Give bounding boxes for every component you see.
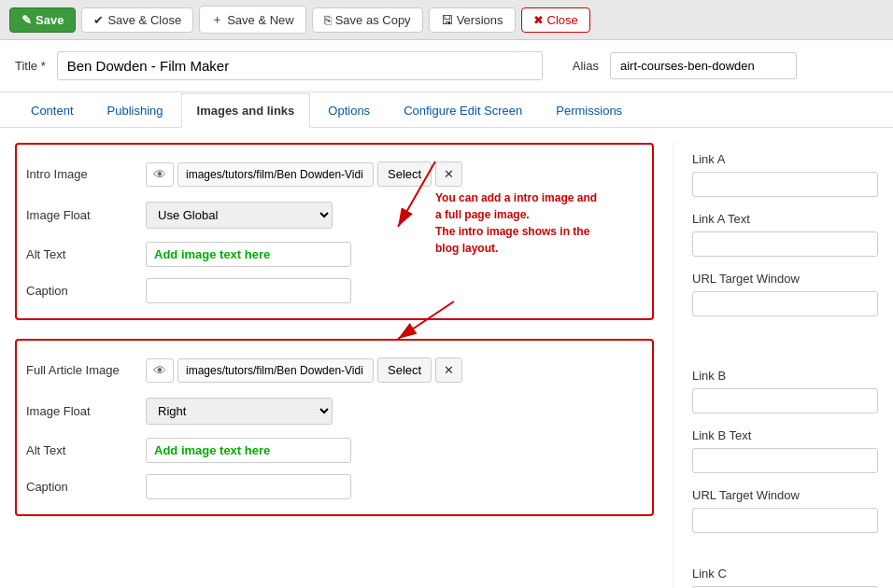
copy-icon: ⎘ [324,13,332,27]
intro-image-caption-row: Caption [26,273,643,309]
alias-label: Alias [573,59,599,73]
link-b-input[interactable] [692,388,878,413]
save-button[interactable]: ✎ Save [9,7,76,33]
url-target-window-b-input[interactable] [692,508,878,533]
link-a-text-label: Link A Text [692,203,878,231]
intro-image-path-wrap: 👁 Select ✕ [146,161,643,187]
full-article-caption-row: Caption [26,469,643,505]
full-article-path-wrap: 👁 Select ✕ [146,357,643,383]
full-article-eye-button[interactable]: 👁 [146,358,174,383]
tab-permissions[interactable]: Permissions [540,93,638,127]
intro-image-alt-input[interactable] [146,242,351,267]
link-a-label: Link A [692,143,878,172]
full-article-field-row: Full Article Image 👁 Select ✕ [26,350,643,390]
link-c-label: Link C [692,557,878,586]
title-input[interactable] [57,51,543,80]
check-icon: ✔ [93,13,104,27]
intro-image-label: Intro Image [26,167,138,181]
full-article-caption-label: Caption [26,480,138,494]
link-a-input[interactable] [692,172,878,197]
url-target-window-b-label: URL Target Window [692,479,878,508]
full-article-select-button[interactable]: Select [377,357,432,383]
intro-image-caption-input[interactable] [146,278,351,303]
full-article-label: Full Article Image [26,363,138,377]
tabs: Content Publishing Images and links Opti… [0,92,893,128]
tab-images-links[interactable]: Images and links [181,93,311,128]
annotation-text: You can add a intro image and a full pag… [435,189,641,257]
full-article-float-row: Image Float Use Global Right Left None [26,390,643,432]
save-close-button[interactable]: ✔ Save & Close [81,7,193,33]
close-icon: ✖ [533,13,544,27]
alias-input[interactable] [610,52,797,79]
full-article-clear-button[interactable]: ✕ [435,357,462,383]
full-article-image-section: Full Article Image 👁 Select ✕ Image Floa… [15,339,654,516]
intro-image-float-label: Image Float [26,208,138,222]
full-article-alt-row: Alt Text [26,432,643,469]
link-b-text-label: Link B Text [692,419,878,448]
intro-image-alt-label: Alt Text [26,247,138,261]
right-panel: Link A Link A Text URL Target Window Lin… [673,143,878,588]
tab-publishing[interactable]: Publishing [92,93,179,127]
intro-image-float-select[interactable]: Use Global Right Left None [146,202,333,229]
intro-image-caption-label: Caption [26,284,138,298]
versions-button[interactable]: 🖫 Versions [429,7,516,33]
intro-image-eye-button[interactable]: 👁 [146,162,174,187]
intro-image-field-row: Intro Image 👁 Select ✕ [26,154,643,194]
title-row: Title * Alias [0,40,893,92]
versions-icon: 🖫 [441,13,453,27]
link-b-label: Link B [692,359,878,388]
url-target-window-input[interactable] [692,291,878,316]
url-target-window-label: URL Target Window [692,262,878,291]
left-panel: Intro Image 👁 Select ✕ Image Float Use G… [15,143,673,588]
save-icon: ✎ [21,13,32,27]
link-a-text-input[interactable] [692,231,878,257]
sections-wrap: Intro Image 👁 Select ✕ Image Float Use G… [15,143,654,516]
plus-icon: ＋ [211,11,223,28]
toolbar: ✎ Save ✔ Save & Close ＋ Save & New ⎘ Sav… [0,0,893,40]
title-label: Title * [15,59,46,73]
save-new-button[interactable]: ＋ Save & New [199,6,306,34]
full-article-alt-input[interactable] [146,438,351,463]
tab-configure-edit-screen[interactable]: Configure Edit Screen [388,93,538,127]
intro-image-select-button[interactable]: Select [377,161,432,187]
full-article-path-input[interactable] [177,358,374,383]
link-b-text-input[interactable] [692,448,878,473]
save-copy-button[interactable]: ⎘ Save as Copy [312,7,423,33]
full-article-caption-input[interactable] [146,474,351,499]
tab-content[interactable]: Content [15,93,90,127]
full-article-float-label: Image Float [26,404,138,418]
main-content: Intro Image 👁 Select ✕ Image Float Use G… [0,128,893,588]
tab-options[interactable]: Options [312,93,386,127]
full-article-alt-label: Alt Text [26,443,138,457]
intro-image-clear-button[interactable]: ✕ [435,161,462,187]
intro-image-path-input[interactable] [177,162,374,187]
close-button[interactable]: ✖ Close [521,7,590,33]
full-article-float-select[interactable]: Use Global Right Left None [146,398,333,425]
